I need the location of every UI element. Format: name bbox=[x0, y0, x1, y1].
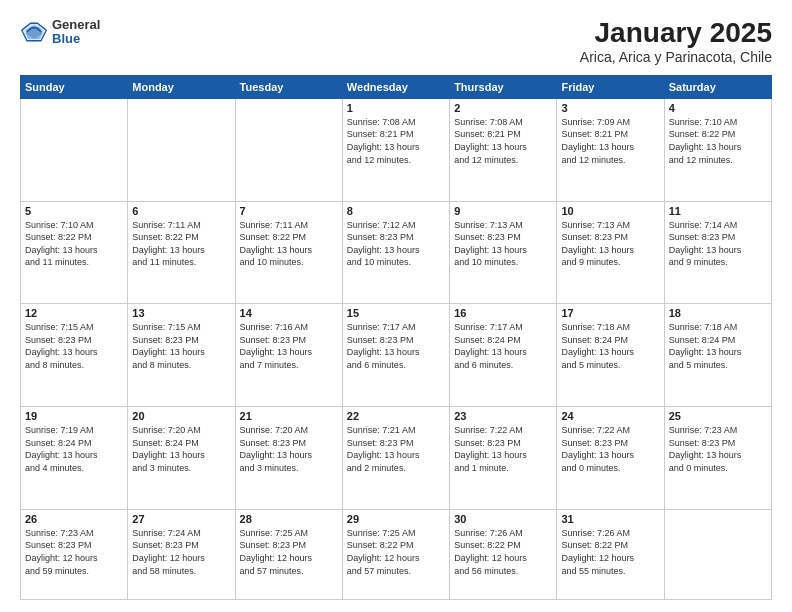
day-number: 21 bbox=[240, 410, 338, 422]
day-info: Sunrise: 7:10 AM Sunset: 8:22 PM Dayligh… bbox=[25, 219, 123, 269]
page: General Blue January 2025 Arica, Arica y… bbox=[0, 0, 792, 612]
logo-text: General Blue bbox=[52, 18, 100, 47]
week-row-4: 19Sunrise: 7:19 AM Sunset: 8:24 PM Dayli… bbox=[21, 407, 772, 510]
day-number: 26 bbox=[25, 513, 123, 525]
day-number: 10 bbox=[561, 205, 659, 217]
calendar-cell: 21Sunrise: 7:20 AM Sunset: 8:23 PM Dayli… bbox=[235, 407, 342, 510]
calendar-cell: 22Sunrise: 7:21 AM Sunset: 8:23 PM Dayli… bbox=[342, 407, 449, 510]
col-friday: Friday bbox=[557, 75, 664, 98]
day-number: 5 bbox=[25, 205, 123, 217]
day-info: Sunrise: 7:22 AM Sunset: 8:23 PM Dayligh… bbox=[454, 424, 552, 474]
calendar-cell: 7Sunrise: 7:11 AM Sunset: 8:22 PM Daylig… bbox=[235, 201, 342, 304]
day-info: Sunrise: 7:15 AM Sunset: 8:23 PM Dayligh… bbox=[132, 321, 230, 371]
calendar-cell: 15Sunrise: 7:17 AM Sunset: 8:23 PM Dayli… bbox=[342, 304, 449, 407]
day-number: 6 bbox=[132, 205, 230, 217]
calendar-cell: 25Sunrise: 7:23 AM Sunset: 8:23 PM Dayli… bbox=[664, 407, 771, 510]
day-number: 1 bbox=[347, 102, 445, 114]
day-number: 2 bbox=[454, 102, 552, 114]
week-row-5: 26Sunrise: 7:23 AM Sunset: 8:23 PM Dayli… bbox=[21, 509, 772, 599]
calendar-cell: 3Sunrise: 7:09 AM Sunset: 8:21 PM Daylig… bbox=[557, 98, 664, 201]
calendar-cell bbox=[21, 98, 128, 201]
logo: General Blue bbox=[20, 18, 100, 47]
day-info: Sunrise: 7:15 AM Sunset: 8:23 PM Dayligh… bbox=[25, 321, 123, 371]
calendar-cell: 13Sunrise: 7:15 AM Sunset: 8:23 PM Dayli… bbox=[128, 304, 235, 407]
calendar-cell: 31Sunrise: 7:26 AM Sunset: 8:22 PM Dayli… bbox=[557, 509, 664, 599]
day-number: 30 bbox=[454, 513, 552, 525]
day-info: Sunrise: 7:09 AM Sunset: 8:21 PM Dayligh… bbox=[561, 116, 659, 166]
day-info: Sunrise: 7:17 AM Sunset: 8:24 PM Dayligh… bbox=[454, 321, 552, 371]
day-info: Sunrise: 7:13 AM Sunset: 8:23 PM Dayligh… bbox=[561, 219, 659, 269]
logo-icon bbox=[20, 18, 48, 46]
day-number: 31 bbox=[561, 513, 659, 525]
header-row: Sunday Monday Tuesday Wednesday Thursday… bbox=[21, 75, 772, 98]
day-info: Sunrise: 7:14 AM Sunset: 8:23 PM Dayligh… bbox=[669, 219, 767, 269]
calendar-cell: 24Sunrise: 7:22 AM Sunset: 8:23 PM Dayli… bbox=[557, 407, 664, 510]
day-info: Sunrise: 7:22 AM Sunset: 8:23 PM Dayligh… bbox=[561, 424, 659, 474]
calendar-subtitle: Arica, Arica y Parinacota, Chile bbox=[580, 49, 772, 65]
calendar-cell: 10Sunrise: 7:13 AM Sunset: 8:23 PM Dayli… bbox=[557, 201, 664, 304]
calendar-cell: 26Sunrise: 7:23 AM Sunset: 8:23 PM Dayli… bbox=[21, 509, 128, 599]
col-monday: Monday bbox=[128, 75, 235, 98]
day-number: 11 bbox=[669, 205, 767, 217]
calendar-cell bbox=[235, 98, 342, 201]
col-tuesday: Tuesday bbox=[235, 75, 342, 98]
day-number: 13 bbox=[132, 307, 230, 319]
day-info: Sunrise: 7:19 AM Sunset: 8:24 PM Dayligh… bbox=[25, 424, 123, 474]
day-number: 28 bbox=[240, 513, 338, 525]
calendar-body: 1Sunrise: 7:08 AM Sunset: 8:21 PM Daylig… bbox=[21, 98, 772, 599]
day-number: 25 bbox=[669, 410, 767, 422]
day-info: Sunrise: 7:10 AM Sunset: 8:22 PM Dayligh… bbox=[669, 116, 767, 166]
day-number: 27 bbox=[132, 513, 230, 525]
day-info: Sunrise: 7:18 AM Sunset: 8:24 PM Dayligh… bbox=[669, 321, 767, 371]
day-info: Sunrise: 7:08 AM Sunset: 8:21 PM Dayligh… bbox=[454, 116, 552, 166]
day-number: 23 bbox=[454, 410, 552, 422]
day-info: Sunrise: 7:25 AM Sunset: 8:22 PM Dayligh… bbox=[347, 527, 445, 577]
day-info: Sunrise: 7:11 AM Sunset: 8:22 PM Dayligh… bbox=[240, 219, 338, 269]
header: General Blue January 2025 Arica, Arica y… bbox=[20, 18, 772, 65]
day-number: 18 bbox=[669, 307, 767, 319]
logo-general: General bbox=[52, 18, 100, 32]
calendar-cell: 2Sunrise: 7:08 AM Sunset: 8:21 PM Daylig… bbox=[450, 98, 557, 201]
day-number: 3 bbox=[561, 102, 659, 114]
day-number: 7 bbox=[240, 205, 338, 217]
logo-blue: Blue bbox=[52, 32, 100, 46]
day-number: 15 bbox=[347, 307, 445, 319]
day-number: 12 bbox=[25, 307, 123, 319]
title-block: January 2025 Arica, Arica y Parinacota, … bbox=[580, 18, 772, 65]
calendar-cell: 19Sunrise: 7:19 AM Sunset: 8:24 PM Dayli… bbox=[21, 407, 128, 510]
calendar-cell: 18Sunrise: 7:18 AM Sunset: 8:24 PM Dayli… bbox=[664, 304, 771, 407]
day-number: 16 bbox=[454, 307, 552, 319]
calendar-cell: 23Sunrise: 7:22 AM Sunset: 8:23 PM Dayli… bbox=[450, 407, 557, 510]
calendar-table: Sunday Monday Tuesday Wednesday Thursday… bbox=[20, 75, 772, 600]
day-number: 17 bbox=[561, 307, 659, 319]
day-info: Sunrise: 7:23 AM Sunset: 8:23 PM Dayligh… bbox=[25, 527, 123, 577]
day-number: 19 bbox=[25, 410, 123, 422]
day-info: Sunrise: 7:25 AM Sunset: 8:23 PM Dayligh… bbox=[240, 527, 338, 577]
day-number: 14 bbox=[240, 307, 338, 319]
calendar-cell: 4Sunrise: 7:10 AM Sunset: 8:22 PM Daylig… bbox=[664, 98, 771, 201]
calendar-cell: 6Sunrise: 7:11 AM Sunset: 8:22 PM Daylig… bbox=[128, 201, 235, 304]
calendar-cell: 11Sunrise: 7:14 AM Sunset: 8:23 PM Dayli… bbox=[664, 201, 771, 304]
calendar-cell: 17Sunrise: 7:18 AM Sunset: 8:24 PM Dayli… bbox=[557, 304, 664, 407]
calendar-cell bbox=[664, 509, 771, 599]
calendar-cell: 1Sunrise: 7:08 AM Sunset: 8:21 PM Daylig… bbox=[342, 98, 449, 201]
calendar-cell: 9Sunrise: 7:13 AM Sunset: 8:23 PM Daylig… bbox=[450, 201, 557, 304]
calendar-cell: 29Sunrise: 7:25 AM Sunset: 8:22 PM Dayli… bbox=[342, 509, 449, 599]
day-info: Sunrise: 7:17 AM Sunset: 8:23 PM Dayligh… bbox=[347, 321, 445, 371]
col-sunday: Sunday bbox=[21, 75, 128, 98]
calendar-cell: 20Sunrise: 7:20 AM Sunset: 8:24 PM Dayli… bbox=[128, 407, 235, 510]
day-info: Sunrise: 7:11 AM Sunset: 8:22 PM Dayligh… bbox=[132, 219, 230, 269]
col-saturday: Saturday bbox=[664, 75, 771, 98]
day-info: Sunrise: 7:12 AM Sunset: 8:23 PM Dayligh… bbox=[347, 219, 445, 269]
calendar-cell: 5Sunrise: 7:10 AM Sunset: 8:22 PM Daylig… bbox=[21, 201, 128, 304]
day-info: Sunrise: 7:08 AM Sunset: 8:21 PM Dayligh… bbox=[347, 116, 445, 166]
day-info: Sunrise: 7:18 AM Sunset: 8:24 PM Dayligh… bbox=[561, 321, 659, 371]
calendar-cell: 12Sunrise: 7:15 AM Sunset: 8:23 PM Dayli… bbox=[21, 304, 128, 407]
calendar-cell: 28Sunrise: 7:25 AM Sunset: 8:23 PM Dayli… bbox=[235, 509, 342, 599]
day-number: 22 bbox=[347, 410, 445, 422]
day-info: Sunrise: 7:26 AM Sunset: 8:22 PM Dayligh… bbox=[561, 527, 659, 577]
calendar-cell: 8Sunrise: 7:12 AM Sunset: 8:23 PM Daylig… bbox=[342, 201, 449, 304]
calendar-cell: 27Sunrise: 7:24 AM Sunset: 8:23 PM Dayli… bbox=[128, 509, 235, 599]
calendar-cell: 16Sunrise: 7:17 AM Sunset: 8:24 PM Dayli… bbox=[450, 304, 557, 407]
col-wednesday: Wednesday bbox=[342, 75, 449, 98]
